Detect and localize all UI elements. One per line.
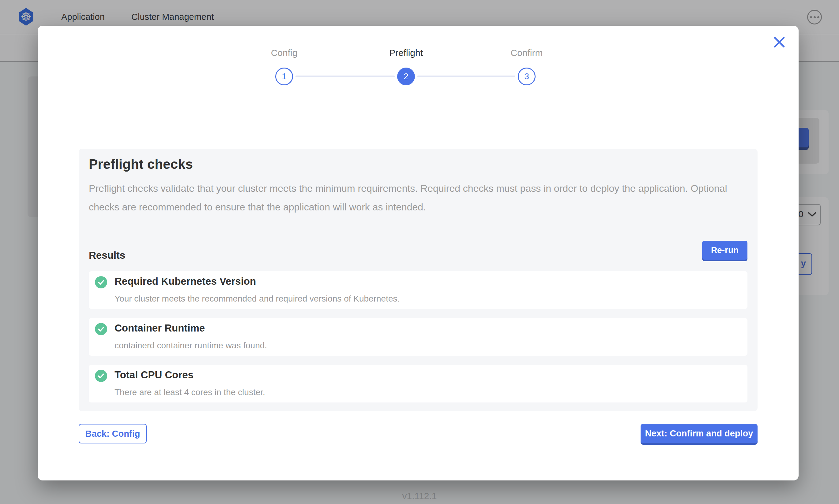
step-label-confirm: Confirm xyxy=(481,48,572,58)
close-icon[interactable] xyxy=(772,35,787,50)
preflight-modal: Config Preflight Confirm 1 2 3 Preflight… xyxy=(38,26,799,481)
back-config-button[interactable]: Back: Config xyxy=(79,424,147,444)
rerun-button[interactable]: Re-run xyxy=(702,241,748,260)
screen: ☸ Application Cluster Management 0 y v1.… xyxy=(0,0,839,504)
check-card: Required Kubernetes Version Your cluster… xyxy=(89,271,748,309)
preflight-description: Preflight checks validate that your clus… xyxy=(89,179,729,217)
step-label-preflight: Preflight xyxy=(360,48,452,58)
check-title: Required Kubernetes Version xyxy=(115,275,256,287)
stepper-connector xyxy=(417,75,515,77)
step-label-config: Config xyxy=(238,48,330,58)
next-confirm-deploy-button[interactable]: Next: Confirm and deploy xyxy=(640,424,757,443)
step-circle-1[interactable]: 1 xyxy=(275,68,293,85)
check-circle-icon xyxy=(95,276,107,288)
check-message: containerd container runtime was found. xyxy=(115,341,267,350)
check-circle-icon xyxy=(95,323,107,335)
check-title: Total CPU Cores xyxy=(115,369,193,381)
step-circle-2[interactable]: 2 xyxy=(397,68,415,85)
page-title: Preflight checks xyxy=(89,157,193,172)
check-card: Total CPU Cores There are at least 4 cor… xyxy=(89,365,748,402)
step-circle-3[interactable]: 3 xyxy=(518,68,535,85)
check-circle-icon xyxy=(95,370,107,382)
check-message: Your cluster meets the recommended and r… xyxy=(115,294,399,304)
check-message: There are at least 4 cores in the cluste… xyxy=(115,388,265,397)
check-card: Container Runtime containerd container r… xyxy=(89,318,748,356)
results-heading: Results xyxy=(89,250,125,261)
preflight-panel: Preflight checks Preflight checks valida… xyxy=(79,149,757,411)
stepper-connector xyxy=(295,75,395,77)
check-title: Container Runtime xyxy=(115,322,205,334)
